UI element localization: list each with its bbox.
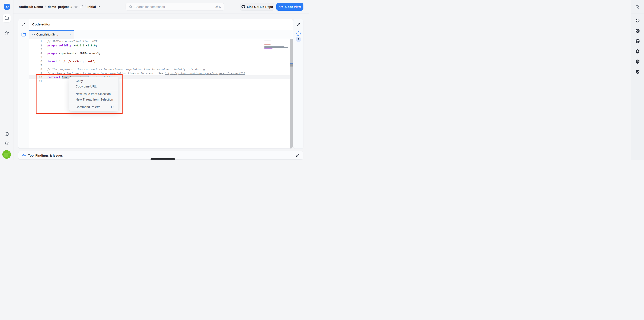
rename-button[interactable] bbox=[80, 5, 83, 8]
breadcrumb-separator: / bbox=[85, 5, 86, 9]
line-number: 6 bbox=[29, 59, 42, 64]
minimap-line bbox=[264, 45, 270, 45]
breadcrumb-separator: / bbox=[45, 5, 46, 9]
menu-item-label: Command Palette bbox=[76, 105, 100, 109]
avatar-pattern bbox=[8, 151, 10, 154]
expand-icon bbox=[22, 23, 26, 27]
menu-item-new-thread-from-selection[interactable]: New Thread from Selection bbox=[69, 97, 118, 102]
top-bar: AuditHub Demo / demo_project_2 / initial… bbox=[14, 0, 309, 14]
star-icon bbox=[74, 5, 78, 9]
code-line[interactable]: 7 bbox=[29, 64, 293, 68]
breadcrumb-repo[interactable]: demo_project_2 bbox=[48, 5, 72, 9]
code-token: pragma bbox=[48, 52, 59, 55]
tab-compilation-script[interactable]: <> CompilationSc... × bbox=[29, 30, 74, 39]
menu-item-command-palette[interactable]: Command PaletteF1 bbox=[69, 104, 118, 110]
sidebar-item-favorites[interactable] bbox=[0, 31, 14, 35]
breadcrumb-version[interactable]: initial bbox=[88, 5, 96, 9]
file-explorer-button[interactable] bbox=[21, 32, 26, 37]
code-line[interactable]: 3 bbox=[29, 48, 293, 52]
code-token bbox=[84, 44, 86, 47]
comments-strip-panel: 2 bbox=[293, 19, 304, 149]
link-github-repo-label: Link GitHub Repo bbox=[247, 5, 273, 9]
code-view-label: Code View bbox=[285, 5, 301, 9]
expand-editor-button[interactable] bbox=[22, 23, 26, 27]
audithub-logo[interactable] bbox=[4, 4, 10, 10]
code-line[interactable]: 5 bbox=[29, 55, 293, 59]
code-line[interactable]: 4pragma experimental ABIEncoderV2; bbox=[29, 52, 293, 56]
minimap-line bbox=[264, 43, 271, 43]
expand-strip-button[interactable] bbox=[296, 23, 300, 27]
menu-item-label: Copy Line URL bbox=[76, 85, 96, 88]
left-sidebar bbox=[0, 0, 14, 160]
breadcrumb: AuditHub Demo / demo_project_2 / initial bbox=[19, 0, 100, 14]
folder-icon bbox=[4, 16, 9, 20]
code-editor-panel: Code editor <> CompilationSc... × 1// SP… bbox=[18, 19, 293, 149]
menu-item-label: Copy bbox=[76, 79, 83, 83]
star-icon bbox=[4, 31, 9, 35]
search-placeholder: Search for commands bbox=[134, 5, 213, 9]
editor-column: Code editor <> CompilationSc... × 1// SP… bbox=[29, 19, 293, 148]
code-token: ; bbox=[94, 60, 96, 63]
sidebar-divider-bottom bbox=[0, 148, 14, 148]
audithub-logo-icon bbox=[5, 5, 9, 9]
menu-item-copy[interactable]: Copy bbox=[69, 78, 118, 84]
line-number: 4 bbox=[29, 52, 42, 56]
line-number: 10 bbox=[29, 75, 42, 79]
code-line[interactable]: 10contract CompilationScript is Script {… bbox=[29, 75, 293, 79]
code-token: "../../src/Script.sol" bbox=[59, 60, 94, 63]
github-icon bbox=[242, 5, 245, 9]
sidebar-item-info[interactable] bbox=[0, 132, 14, 136]
code-token: experimental ABIEncoderV2; bbox=[59, 52, 100, 55]
favorite-star-button[interactable] bbox=[74, 5, 78, 9]
menu-item-new-issue-from-selection[interactable]: New Issue from Selection bbox=[69, 91, 118, 97]
menu-item-shortcut: F1 bbox=[111, 105, 115, 109]
tool-findings-title: Tool Findings & Issues bbox=[28, 153, 294, 157]
editor-scrollbar[interactable] bbox=[290, 39, 293, 148]
link-github-repo-button[interactable]: Link GitHub Repo bbox=[240, 3, 274, 11]
minimap-line bbox=[264, 48, 272, 49]
code-view-button[interactable]: </> Code View bbox=[276, 3, 304, 11]
code-lines: 1// SPDX-License-Identifier: MIT2pragma … bbox=[29, 40, 293, 83]
minimap-line bbox=[264, 47, 288, 48]
code-token: // a change that results in very long co… bbox=[48, 72, 165, 75]
code-line[interactable]: 11 bbox=[29, 79, 293, 83]
sidebar-item-settings[interactable] bbox=[0, 141, 14, 146]
code-line[interactable]: 9// a change that results in very long c… bbox=[29, 71, 293, 76]
line-number: 2 bbox=[29, 44, 42, 48]
line-text: pragma solidity >=0.6.2 <0.9.0; bbox=[48, 44, 97, 48]
sidebar-item-files[interactable] bbox=[2, 14, 11, 22]
scrollbar-thumb[interactable] bbox=[290, 64, 293, 67]
chevron-up-icon bbox=[98, 5, 100, 8]
code-token: ; bbox=[96, 44, 97, 47]
line-number: 5 bbox=[29, 55, 42, 59]
code-line[interactable]: 8// The purpose of this contract is to b… bbox=[29, 67, 293, 71]
line-number: 8 bbox=[29, 67, 42, 71]
close-tab-icon[interactable]: × bbox=[69, 33, 71, 36]
user-avatar[interactable] bbox=[2, 150, 11, 159]
minimap[interactable] bbox=[264, 40, 289, 49]
code-token: >= bbox=[73, 44, 76, 47]
menu-item-copy-line-url[interactable]: Copy Line URL bbox=[69, 84, 118, 89]
minimap-line bbox=[264, 46, 284, 47]
line-text: import "../../src/Script.sol"; bbox=[48, 59, 96, 64]
version-collapse-button[interactable] bbox=[98, 5, 100, 8]
code-token: https://github.com/foundry-rs/forge-std/… bbox=[165, 72, 245, 75]
code-token: import bbox=[48, 60, 59, 63]
code-line[interactable]: 1// SPDX-License-Identifier: MIT bbox=[29, 40, 293, 44]
command-search-input[interactable]: Search for commands ⌘ K bbox=[126, 3, 224, 11]
code-area[interactable]: 1// SPDX-License-Identifier: MIT2pragma … bbox=[29, 39, 293, 148]
workspace: Code editor <> CompilationSc... × 1// SP… bbox=[14, 14, 309, 160]
line-number: 3 bbox=[29, 48, 42, 52]
comments-count-badge[interactable]: 2 bbox=[296, 37, 301, 42]
breadcrumb-project[interactable]: AuditHub Demo bbox=[19, 5, 43, 9]
line-number: 11 bbox=[29, 79, 42, 83]
editor-title: Code editor bbox=[29, 19, 293, 30]
code-line[interactable]: 6import "../../src/Script.sol"; bbox=[29, 59, 293, 64]
comments-button[interactable] bbox=[296, 31, 301, 36]
expand-icon bbox=[296, 23, 300, 27]
menu-item-label: New Thread from Selection bbox=[76, 98, 113, 101]
context-menu: CopyCopy Line URLNew Issue from Selectio… bbox=[69, 77, 119, 111]
code-line[interactable]: 2pragma solidity >=0.6.2 <0.9.0; bbox=[29, 44, 293, 48]
code-token: // SPDX-License-Identifier: MIT bbox=[48, 40, 97, 43]
expand-findings-button[interactable] bbox=[296, 153, 300, 157]
